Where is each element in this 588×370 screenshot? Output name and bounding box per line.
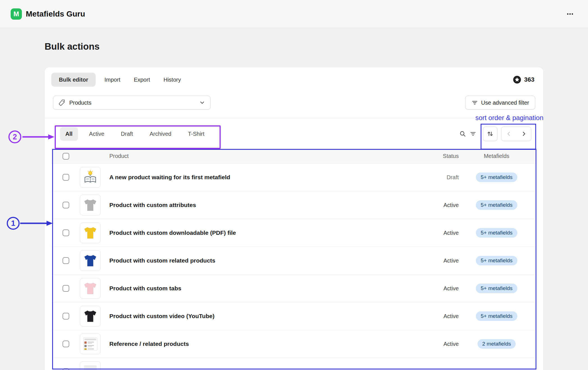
prev-page-button[interactable] <box>501 127 516 141</box>
metafields-badge: 5+ metafields <box>476 200 517 210</box>
table-row[interactable]: Product with custom video (YouTube) Acti… <box>51 302 537 330</box>
filter-icon <box>470 130 476 137</box>
table-row[interactable]: Product with custom related products Act… <box>51 247 537 275</box>
ellipsis-icon <box>566 10 574 18</box>
filter-tab-active[interactable]: Active <box>84 127 110 141</box>
advanced-filter-button[interactable]: Use advanced filter <box>465 96 535 110</box>
main-content: Bulk actions Bulk editorImportExportHist… <box>0 41 588 370</box>
product-thumbnail <box>80 306 101 327</box>
filter-tab-t-shirt[interactable]: T-Shirt <box>183 127 210 141</box>
row-checkbox[interactable] <box>63 202 69 208</box>
table-body: A new product waiting for its first meta… <box>51 164 537 370</box>
table-row[interactable] <box>51 358 537 370</box>
card-header: Bulk editorImportExportHistory 363 <box>45 67 543 87</box>
metafields-cell: 5+ metafields <box>464 256 529 265</box>
product-status: Active <box>425 285 459 292</box>
table-row[interactable]: Reference / related products Active 2 me… <box>51 330 537 358</box>
chevron-down-icon <box>199 100 205 106</box>
metafields-cell: 5+ metafields <box>464 284 529 293</box>
product-title[interactable]: Product with custom video (YouTube) <box>109 313 425 320</box>
table-header-row: Product Status Metafields <box>51 149 537 164</box>
app-logo-icon: M <box>11 8 22 20</box>
product-status: Active <box>425 313 459 320</box>
row-checkbox[interactable] <box>63 257 69 264</box>
table-row[interactable]: Product with custom attributes Active 5+… <box>51 191 537 219</box>
star-icon <box>513 75 521 84</box>
card-tab-import[interactable]: Import <box>100 73 125 87</box>
row-checkbox[interactable] <box>63 285 69 292</box>
metafields-cell: 5+ metafields <box>464 200 529 210</box>
metafields-cell: 5+ metafields <box>464 311 529 321</box>
row-checkbox[interactable] <box>63 313 69 320</box>
product-title[interactable]: Reference / related products <box>109 341 425 347</box>
product-thumbnail <box>80 195 101 215</box>
product-thumbnail <box>80 250 101 271</box>
search-filter-button[interactable] <box>456 127 479 141</box>
metafields-badge: 5+ metafields <box>476 256 517 265</box>
resource-type-select[interactable]: Products <box>53 96 211 110</box>
chevron-left-icon <box>506 131 512 137</box>
metafields-badge: 5+ metafields <box>476 228 517 238</box>
credits-badge: 363 <box>513 75 536 84</box>
logo-letter: M <box>13 10 19 18</box>
card-tab-bulk-editor[interactable]: Bulk editor <box>51 73 96 87</box>
row-checkbox[interactable] <box>63 368 69 370</box>
metafields-badge: 5+ metafields <box>476 173 517 182</box>
bulk-actions-card: Bulk editorImportExportHistory 363 Produ… <box>45 67 543 370</box>
column-header-product: Product <box>109 153 425 159</box>
filter-tab-archived[interactable]: Archived <box>144 127 177 141</box>
filter-icon <box>471 99 478 106</box>
product-title[interactable]: Product with custom tabs <box>109 285 425 292</box>
select-all-checkbox[interactable] <box>63 153 69 160</box>
table-row[interactable]: Product with custom downloadable (PDF) f… <box>51 219 537 247</box>
controls-row: Products Use advanced filter <box>45 87 543 118</box>
card-tabs: Bulk editorImportExportHistory <box>51 73 186 87</box>
product-title[interactable]: Product with custom attributes <box>109 202 425 208</box>
credits-count: 363 <box>524 76 534 83</box>
sort-arrows-icon <box>486 130 494 137</box>
filter-tab-draft[interactable]: Draft <box>116 127 138 141</box>
product-thumbnail <box>80 222 101 243</box>
advanced-filter-label: Use advanced filter <box>481 100 529 106</box>
metafields-badge: 5+ metafields <box>476 311 517 321</box>
product-status: Active <box>425 341 459 347</box>
product-thumbnail <box>80 361 101 370</box>
products-table: Product Status Metafields A new product … <box>51 149 537 370</box>
overflow-menu-button[interactable] <box>563 8 577 20</box>
metafields-cell: 5+ metafields <box>464 228 529 238</box>
metafields-badge: 2 metafields <box>478 339 516 349</box>
pagination <box>501 127 531 141</box>
resource-type-value: Products <box>69 100 91 106</box>
tag-icon <box>58 99 66 106</box>
column-header-status: Status <box>425 153 459 159</box>
product-title[interactable]: A new product waiting for its first meta… <box>109 174 425 181</box>
filters-row: AllActiveDraftArchivedT-Shirt <box>45 118 543 149</box>
product-thumbnail <box>80 334 101 354</box>
chevron-right-icon <box>521 131 527 137</box>
product-status: Draft <box>425 174 459 181</box>
row-checkbox[interactable] <box>63 341 69 347</box>
card-tab-export[interactable]: Export <box>129 73 155 87</box>
product-status: Active <box>425 258 459 264</box>
app-header: M Metafields Guru <box>0 0 588 28</box>
metafields-cell: 2 metafields <box>464 339 529 349</box>
filter-tab-all[interactable]: All <box>60 127 78 141</box>
product-title[interactable]: Product with custom related products <box>109 257 425 264</box>
product-thumbnail <box>80 278 101 299</box>
metafields-cell: 5+ metafields <box>464 173 529 182</box>
metafields-badge: 5+ metafields <box>476 284 517 293</box>
table-row[interactable]: Product with custom tabs Active 5+ metaf… <box>51 275 537 302</box>
page-title: Bulk actions <box>45 41 543 52</box>
product-thumbnail <box>80 167 101 188</box>
product-title[interactable]: Product with custom downloadable (PDF) f… <box>109 229 425 236</box>
next-page-button[interactable] <box>516 127 531 141</box>
row-checkbox[interactable] <box>63 229 69 236</box>
filter-actions <box>456 127 531 141</box>
product-status: Active <box>425 230 459 236</box>
sort-button[interactable] <box>483 127 497 141</box>
search-icon <box>459 130 466 137</box>
row-checkbox[interactable] <box>63 174 69 181</box>
card-tab-history[interactable]: History <box>159 73 186 87</box>
table-row[interactable]: A new product waiting for its first meta… <box>51 164 537 191</box>
filter-tabs: AllActiveDraftArchivedT-Shirt <box>60 127 210 141</box>
